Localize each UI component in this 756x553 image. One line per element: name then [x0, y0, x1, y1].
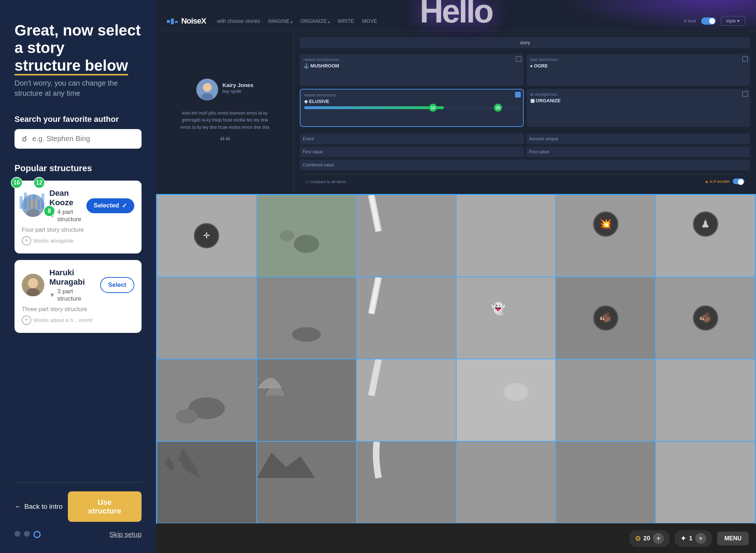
terrain-svg-3-4	[457, 359, 556, 441]
svg-rect-0	[20, 196, 23, 209]
sidebar-story-btn[interactable]: story	[300, 37, 750, 48]
back-to-intro-button[interactable]: ← Back to intro	[15, 503, 63, 511]
svg-rect-2	[28, 198, 31, 209]
terrain-svg-2-3	[357, 277, 456, 359]
nav-choose-stories[interactable]: with choose stories	[217, 18, 260, 24]
plus-circle-icon[interactable]: +	[22, 236, 31, 245]
badge-8: 8	[44, 205, 55, 217]
select-button-haruki[interactable]: Select	[100, 277, 134, 293]
checkmark-icon: ✓	[122, 202, 127, 210]
badge-12: 12	[33, 177, 45, 189]
slider-container: 16 25	[304, 106, 519, 109]
toggle-label: vi look	[684, 18, 696, 24]
ogre-icon: ♠	[530, 63, 533, 69]
quote-text: yk at some moment some chip from the loo…	[180, 110, 270, 131]
si-label-1: newest story/structure...	[303, 58, 520, 62]
terrain-svg-4-3	[357, 442, 456, 523]
use-structure-button[interactable]: Use structure	[68, 491, 142, 522]
game-char-sprite: 👻	[491, 302, 506, 315]
svg-point-16	[203, 83, 212, 92]
logo-icon	[167, 18, 178, 25]
checkbox-2[interactable]	[742, 56, 748, 62]
badge-16: 16	[11, 177, 23, 189]
cell-1-2	[257, 195, 356, 277]
svg-rect-1	[24, 193, 27, 209]
selected-button-dean[interactable]: Selected ✓	[86, 198, 134, 213]
mushroom-icon: ⚓	[303, 63, 309, 69]
cell-3-3	[356, 359, 456, 441]
svg-rect-4	[37, 200, 40, 209]
dot-3-active	[33, 531, 41, 538]
cell-3-2	[257, 359, 356, 441]
app-header-wrap: Hello NoiseX with choose stories IMAGINE…	[156, 0, 756, 31]
divider	[15, 482, 142, 483]
chess-icon[interactable]: ♟	[693, 211, 718, 237]
checkbox-1[interactable]	[516, 56, 522, 62]
structure-card-dean: 16 12 8 Dean Kooze ▼	[15, 181, 142, 253]
search-label: Search your favorite author	[15, 115, 142, 124]
terrain-svg-1-3	[357, 195, 456, 277]
menu-button[interactable]: MENU	[717, 532, 749, 545]
slider-fill	[304, 106, 444, 109]
terrain-svg-2-2	[257, 277, 356, 359]
terrain-svg-1-2	[257, 195, 356, 277]
terrain-svg-4-1	[157, 442, 256, 523]
dot-2	[24, 531, 30, 537]
parts-icon-2: ▼	[49, 292, 55, 298]
pig-icon[interactable]: 🐗	[593, 305, 618, 331]
footer-toggle-switch[interactable]	[733, 178, 744, 184]
card-info-dean: Dean Kooze ▼ 4 part structure	[49, 189, 81, 223]
cell-1-1: ✛	[157, 195, 257, 277]
si-label-3: newest story/choice...	[304, 93, 519, 97]
cell-3-5	[556, 359, 655, 441]
structure-item-1[interactable]: newest story/structure... ⚓ MUSHROOM	[300, 54, 524, 86]
nav-organize[interactable]: ORGANIZE	[301, 18, 330, 24]
svg-rect-3	[33, 194, 36, 209]
style-button[interactable]: style ▾	[721, 16, 745, 26]
toggle-switch[interactable]	[701, 17, 716, 25]
monster-icon-1[interactable]: 💥	[593, 211, 618, 237]
svg-point-20	[292, 327, 321, 342]
cell-4-4	[456, 441, 556, 524]
add-stars-button[interactable]: +	[695, 533, 706, 544]
plus-circle-icon-2[interactable]: +	[22, 315, 31, 325]
game-bottom-bar: ⊙ 20 + ✦ 1 + MENU	[156, 524, 756, 553]
footer-toggle: ▲ vi if wonder	[704, 178, 744, 184]
avatar-haruki	[22, 274, 44, 296]
terrain-1-1: ✛	[157, 195, 256, 277]
move-pad[interactable]: ✛	[194, 223, 219, 248]
field-amount: Amount unique	[526, 133, 751, 144]
nav-write[interactable]: WRITE	[338, 18, 354, 24]
card-name-haruki: Haruki Muragabi	[49, 268, 95, 287]
cell-1-3	[356, 195, 456, 277]
quote-avatar	[196, 79, 218, 100]
card-desc-haruki: Three part story structure	[22, 306, 134, 313]
action-row: ← Back to intro Use structure	[15, 491, 142, 522]
search-input[interactable]	[32, 135, 134, 143]
slider-track	[304, 106, 519, 109]
search-box[interactable]: ☌	[15, 129, 142, 149]
star-icon: ✦	[681, 535, 686, 542]
nav-imagine[interactable]: IMAGINE	[268, 18, 293, 24]
nav-move[interactable]: MOVE	[362, 18, 377, 24]
app-sidebar: story newest story/structure... ⚓ MUSHRO…	[294, 31, 756, 194]
add-coins-button[interactable]: +	[653, 533, 664, 544]
structure-item-4[interactable]: all story/got/next... ▦ ORGANIZE	[527, 89, 751, 127]
checkbox-4[interactable]	[742, 91, 748, 97]
quote-avatar-svg	[196, 79, 218, 100]
cell-2-4: 👻	[456, 277, 556, 359]
app-logo: NoiseX	[167, 16, 206, 26]
skip-setup-link[interactable]: Skip setup	[109, 531, 142, 538]
checkbox-3-checked[interactable]	[515, 92, 521, 98]
svg-point-18	[294, 235, 319, 253]
structure-item-3[interactable]: newest story/choice... ◈ ELUSIVE 16 25	[300, 89, 524, 127]
field-event: Event	[300, 133, 524, 144]
bottom-nav: ← Back to intro Use structure Skip setup	[15, 482, 142, 538]
quote-marks: ❝❝	[220, 135, 230, 146]
app-ui-panel: Hello NoiseX with choose stories IMAGINE…	[156, 0, 756, 194]
dot-1	[15, 531, 20, 537]
cell-2-5: 🐗	[556, 277, 655, 359]
arrow-left-icon: ←	[15, 503, 21, 511]
wolf-icon[interactable]: 🐗	[693, 305, 718, 331]
structure-item-2[interactable]: topic story/choice... ♠ OGRE	[527, 54, 751, 86]
